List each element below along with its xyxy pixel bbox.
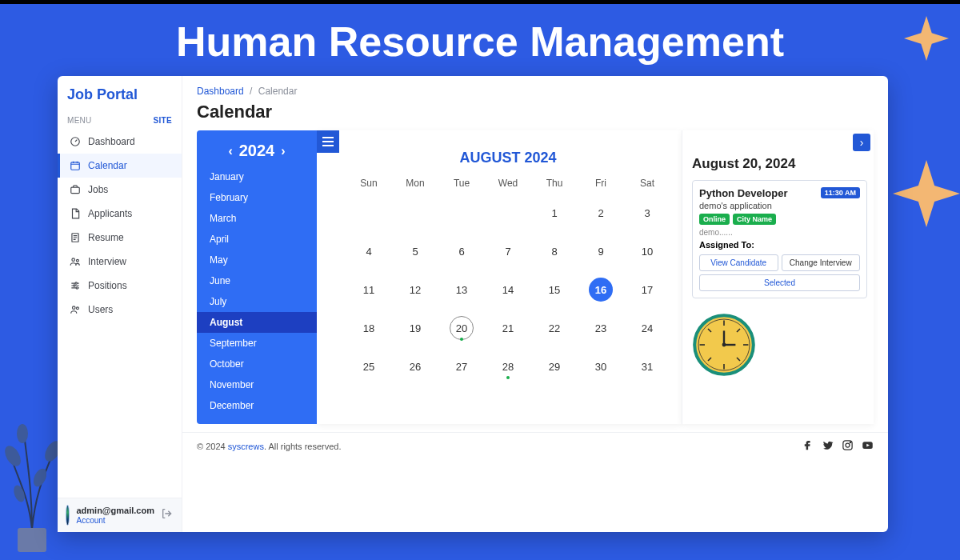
calendar-cell[interactable]: 21 <box>485 309 531 347</box>
logo: Job Portal <box>58 76 182 110</box>
calendar-day-number: 25 <box>357 354 381 378</box>
change-interview-button[interactable]: Change Interview <box>782 254 861 271</box>
calendar-cell[interactable]: 18 <box>346 309 392 347</box>
calendar-day-number: 23 <box>589 316 613 340</box>
nav-item-applicants[interactable]: Applicants <box>58 202 182 226</box>
calendar-cell[interactable]: 16 <box>578 270 624 309</box>
year-next[interactable]: › <box>281 144 285 158</box>
month-item[interactable]: December <box>197 395 317 416</box>
calendar-cell[interactable]: 3 <box>624 194 670 232</box>
calendar-cell[interactable]: 13 <box>438 270 485 309</box>
breadcrumb-root[interactable]: Dashboard <box>197 86 244 97</box>
calendar-cell[interactable]: 24 <box>624 309 670 347</box>
detail-next-button[interactable]: › <box>853 134 870 151</box>
avatar[interactable] <box>66 505 70 526</box>
month-list: JanuaryFebruaryMarchAprilMayJuneJulyAugu… <box>197 166 317 416</box>
calendar-cell[interactable]: 15 <box>531 270 578 309</box>
calendar-cell-empty <box>485 194 531 232</box>
month-item[interactable]: April <box>197 229 317 250</box>
calendar-cell[interactable]: 19 <box>392 309 438 347</box>
calendar-cell[interactable]: 7 <box>485 232 531 270</box>
nav-item-dashboard[interactable]: Dashboard <box>58 130 182 154</box>
event-card: Python Developer 11:30 AM demo's applica… <box>692 180 867 298</box>
view-candidate-button[interactable]: View Candidate <box>699 254 778 271</box>
instagram-icon[interactable] <box>842 439 854 453</box>
calendar-cell[interactable]: 22 <box>531 309 578 347</box>
month-item[interactable]: July <box>197 291 317 312</box>
event-title: Python Developer <box>699 187 788 199</box>
nav-item-resume[interactable]: Resume <box>58 226 182 250</box>
nav-item-label: Resume <box>88 232 124 243</box>
event-dot <box>460 338 463 341</box>
menu-toggle-icon[interactable] <box>317 130 339 153</box>
footer-brand[interactable]: syscrews <box>228 442 264 451</box>
year-prev[interactable]: ‹ <box>228 144 232 158</box>
svg-point-29 <box>722 343 726 347</box>
calendar-cell[interactable]: 4 <box>346 232 392 270</box>
nav-item-calendar[interactable]: Calendar <box>58 154 182 178</box>
calendar-cell[interactable]: 23 <box>578 309 624 347</box>
assigned-label: Assigned To: <box>699 240 860 250</box>
dow-label: Mon <box>392 178 438 189</box>
calendar-cell[interactable]: 28 <box>485 347 531 386</box>
calendar-cell[interactable]: 8 <box>531 232 578 270</box>
event-subtitle: demo's application <box>699 201 860 210</box>
calendar-cell[interactable]: 2 <box>578 194 624 232</box>
month-item[interactable]: January <box>197 166 317 187</box>
month-item[interactable]: October <box>197 354 317 374</box>
calendar-day-number: 3 <box>635 201 659 225</box>
calendar-cell[interactable]: 1 <box>531 194 578 232</box>
calendar-cell[interactable]: 31 <box>624 347 670 386</box>
calendar-cell[interactable]: 30 <box>578 347 624 386</box>
svg-point-13 <box>74 285 75 286</box>
month-item[interactable]: February <box>197 187 317 208</box>
account-link[interactable]: Account <box>76 516 154 525</box>
site-link[interactable]: SITE <box>154 116 172 125</box>
people-icon <box>70 256 81 267</box>
calendar-cell[interactable]: 10 <box>624 232 670 270</box>
year-label: 2024 <box>239 142 275 160</box>
calendar-cell[interactable]: 6 <box>438 232 485 270</box>
logout-icon[interactable] <box>161 507 174 523</box>
month-item[interactable]: August <box>197 312 317 333</box>
month-item[interactable]: September <box>197 333 317 354</box>
calendar-day-number: 9 <box>589 239 613 263</box>
breadcrumb: Dashboard / Calendar <box>182 76 888 98</box>
sparkle-icon <box>904 16 949 61</box>
twitter-icon[interactable] <box>822 439 834 453</box>
calendar-cell[interactable]: 26 <box>392 347 438 386</box>
nav-item-users[interactable]: Users <box>58 298 182 322</box>
svg-point-10 <box>72 258 75 262</box>
calendar-cell[interactable]: 11 <box>346 270 392 309</box>
month-item[interactable]: November <box>197 374 317 395</box>
calendar-cell[interactable]: 17 <box>624 270 670 309</box>
calendar-cell[interactable]: 9 <box>578 232 624 270</box>
calendar-cell[interactable]: 25 <box>346 347 392 386</box>
nav-item-jobs[interactable]: Jobs <box>58 178 182 202</box>
month-item[interactable]: June <box>197 270 317 291</box>
calendar: AUGUST 2024 SunMonTueWedThuFriSat 123456… <box>317 130 682 424</box>
selected-button[interactable]: Selected <box>699 274 860 291</box>
calendar-cell[interactable]: 5 <box>392 232 438 270</box>
calendar-cell[interactable]: 12 <box>392 270 438 309</box>
nav-item-label: Interview <box>88 256 126 267</box>
user-email: admin@gmail.com <box>76 506 154 515</box>
calendar-day-number: 16 <box>589 278 613 302</box>
nav-item-positions[interactable]: Positions <box>58 274 182 298</box>
briefcase-icon <box>70 184 81 195</box>
calendar-cell[interactable]: 20 <box>438 309 485 347</box>
dow-label: Thu <box>531 178 578 189</box>
calendar-cell[interactable]: 14 <box>485 270 531 309</box>
calendar-day-number: 24 <box>635 316 659 340</box>
calendar-day-number: 27 <box>450 354 474 378</box>
month-item[interactable]: May <box>197 250 317 270</box>
top-black-bar <box>0 0 960 4</box>
calendar-day-number: 21 <box>496 316 520 340</box>
sliders-icon <box>70 280 81 291</box>
youtube-icon[interactable] <box>862 439 874 453</box>
calendar-cell[interactable]: 27 <box>438 347 485 386</box>
facebook-icon[interactable] <box>802 439 814 453</box>
calendar-cell[interactable]: 29 <box>531 347 578 386</box>
month-item[interactable]: March <box>197 208 317 229</box>
nav-item-interview[interactable]: Interview <box>58 250 182 274</box>
